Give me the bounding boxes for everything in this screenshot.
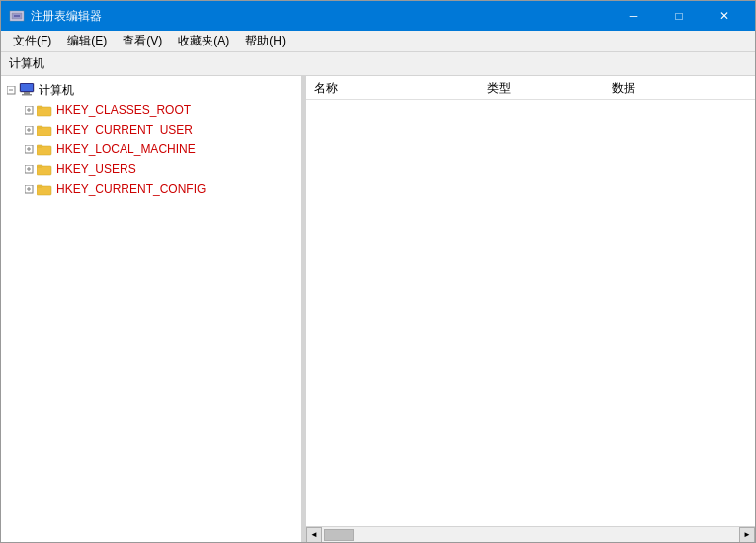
svg-rect-17 xyxy=(37,127,51,136)
folder-icon xyxy=(37,142,52,156)
menu-file[interactable]: 文件(F) xyxy=(5,31,59,51)
svg-rect-32 xyxy=(37,186,51,195)
svg-rect-33 xyxy=(37,185,42,187)
classes-root-label: HKEY_CLASSES_ROOT xyxy=(56,103,191,117)
title-bar-controls: ─ □ ✕ xyxy=(611,1,747,31)
minimize-button[interactable]: ─ xyxy=(611,1,656,31)
current-user-expander[interactable] xyxy=(21,122,37,137)
col-header-name: 名称 xyxy=(314,80,487,97)
menu-view-label: 查看(V) xyxy=(123,33,162,49)
users-expander[interactable] xyxy=(21,161,37,177)
svg-rect-12 xyxy=(37,107,51,116)
current-config-label: HKEY_CURRENT_CONFIG xyxy=(56,182,206,196)
svg-rect-13 xyxy=(37,106,42,108)
app-icon xyxy=(9,8,25,24)
col-header-data: 数据 xyxy=(612,80,755,97)
close-button[interactable]: ✕ xyxy=(702,1,747,31)
svg-rect-28 xyxy=(37,165,42,167)
horizontal-scrollbar[interactable]: ◄ ► xyxy=(306,526,755,542)
registry-editor-window: 注册表编辑器 ─ □ ✕ 文件(F) 编辑(E) 查看(V) 收藏夹(A) 帮助… xyxy=(0,0,756,543)
svg-rect-2 xyxy=(14,15,20,17)
svg-rect-22 xyxy=(37,146,51,155)
window-title: 注册表编辑器 xyxy=(31,8,102,25)
current-user-label: HKEY_CURRENT_USER xyxy=(56,123,193,136)
computer-icon xyxy=(19,83,35,97)
menu-bar: 文件(F) 编辑(E) 查看(V) 收藏夹(A) 帮助(H) xyxy=(1,31,755,52)
local-machine-expander[interactable] xyxy=(21,141,37,157)
maximize-button[interactable]: □ xyxy=(656,1,702,31)
title-bar: 注册表编辑器 ─ □ ✕ xyxy=(1,1,755,31)
main-content: 计算机 HKEY_CLASSES_ROOT xyxy=(1,76,755,542)
svg-rect-8 xyxy=(22,94,32,96)
current-config-expander[interactable] xyxy=(21,181,37,197)
users-label: HKEY_USERS xyxy=(56,162,136,176)
right-panel: 名称 类型 数据 ◄ ► xyxy=(306,76,755,542)
folder-icon xyxy=(37,103,52,117)
menu-view[interactable]: 查看(V) xyxy=(115,31,170,51)
svg-rect-6 xyxy=(21,84,33,91)
svg-rect-7 xyxy=(24,92,30,94)
tree-item-current-user[interactable]: HKEY_CURRENT_USER xyxy=(1,120,301,139)
current-path: 计算机 xyxy=(9,55,44,72)
tree-item-current-config[interactable]: HKEY_CURRENT_CONFIG xyxy=(1,179,301,199)
tree-root-item[interactable]: 计算机 xyxy=(1,80,301,100)
col-header-type: 类型 xyxy=(487,80,612,97)
right-content-area[interactable] xyxy=(306,100,755,526)
menu-favorites[interactable]: 收藏夹(A) xyxy=(170,31,237,51)
menu-help[interactable]: 帮助(H) xyxy=(237,31,294,51)
scroll-right-button[interactable]: ► xyxy=(739,527,755,543)
menu-help-label: 帮助(H) xyxy=(245,33,286,49)
tree-item-local-machine[interactable]: HKEY_LOCAL_MACHINE xyxy=(1,139,301,159)
svg-rect-27 xyxy=(37,166,51,175)
title-bar-left: 注册表编辑器 xyxy=(9,8,102,25)
menu-favorites-label: 收藏夹(A) xyxy=(178,33,229,49)
svg-rect-23 xyxy=(37,145,42,147)
scroll-thumb[interactable] xyxy=(324,529,354,541)
scroll-track[interactable] xyxy=(322,527,739,542)
address-bar: 计算机 xyxy=(1,52,755,76)
tree-item-users[interactable]: HKEY_USERS xyxy=(1,159,301,179)
classes-root-expander[interactable] xyxy=(21,102,37,118)
menu-edit-label: 编辑(E) xyxy=(67,33,107,49)
tree-panel[interactable]: 计算机 HKEY_CLASSES_ROOT xyxy=(1,76,302,542)
folder-icon xyxy=(37,182,52,196)
folder-icon xyxy=(37,162,52,176)
menu-edit[interactable]: 编辑(E) xyxy=(59,31,115,51)
local-machine-label: HKEY_LOCAL_MACHINE xyxy=(56,142,196,156)
root-expander[interactable] xyxy=(3,82,19,98)
folder-icon xyxy=(37,123,52,136)
menu-file-label: 文件(F) xyxy=(13,33,51,49)
svg-rect-18 xyxy=(37,126,42,128)
tree-item-classes-root[interactable]: HKEY_CLASSES_ROOT xyxy=(1,100,301,120)
column-headers: 名称 类型 数据 xyxy=(306,76,755,100)
scroll-left-button[interactable]: ◄ xyxy=(306,527,322,543)
root-label: 计算机 xyxy=(39,82,74,99)
